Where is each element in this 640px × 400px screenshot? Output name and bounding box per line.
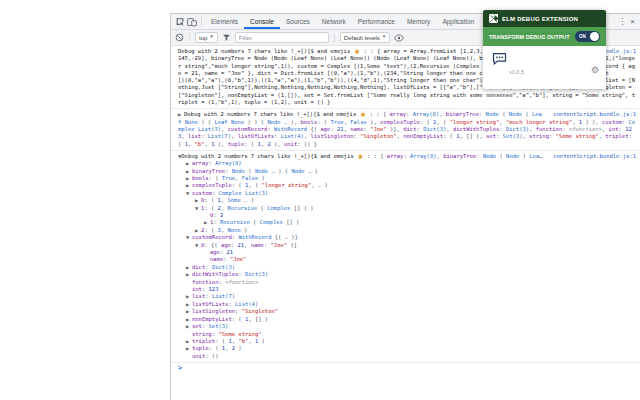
tab-sources[interactable]: Sources: [280, 14, 316, 29]
tree-row[interactable]: ▶complexTuple: ( 1, ( "longer string", ……: [178, 182, 636, 189]
token: Complex: [267, 205, 290, 211]
token: List(4): [235, 301, 258, 307]
tree-row[interactable]: ▶1: Recursive ( Complex [] ): [178, 219, 636, 226]
tab-elements[interactable]: Elements: [205, 14, 244, 29]
tab-console[interactable]: Console: [244, 14, 280, 29]
tree-row[interactable]: ▶dict: Dict(3): [178, 264, 636, 271]
tree-row[interactable]: ▶triplet: ( 1, "b", 1 ): [178, 338, 636, 345]
live-expression-eye-icon[interactable]: [394, 34, 404, 42]
tree-row[interactable]: ▶set: Set(3): [178, 323, 636, 330]
log-levels-dropdown[interactable]: Default levels ▼: [340, 32, 391, 43]
tree-row[interactable]: ▼custom: Complex List(3): [178, 190, 636, 197]
feedback-chat-button[interactable]: [491, 52, 507, 66]
popup-header: ELM DEBUG EXTENSION: [483, 10, 606, 27]
tab-memory[interactable]: Memory: [401, 14, 436, 29]
source-link[interactable]: contentScript.bundle.js:1: [553, 111, 636, 118]
tree-row[interactable]: ▼1: ( 2, Recursive ( Complex [] ) ): [178, 205, 636, 212]
tree-row[interactable]: ▶bools: ( True, False ): [178, 175, 636, 182]
token: ,: [235, 175, 242, 181]
close-devtools-icon[interactable]: ×: [630, 17, 635, 26]
token: ,: [231, 133, 238, 139]
token: Debug with 2 numbers 7 chars like !_+[){…: [184, 111, 383, 117]
settings-gear-icon[interactable]: ⚙: [591, 66, 599, 75]
token: False: [242, 175, 259, 181]
token: array: [387, 153, 404, 159]
divider: [201, 17, 202, 26]
token: Array(8): [215, 160, 242, 166]
tree-row[interactable]: ▼0: {( age: 21, name: "Joe" )}: [178, 242, 636, 249]
token: int: [192, 286, 202, 292]
token: Debug with 2 numbers 7 chars like !_+[){…: [181, 153, 380, 159]
token: ,: [602, 126, 609, 132]
token: ,: [446, 126, 453, 132]
token: True: [330, 119, 343, 125]
token: bools: [192, 175, 209, 181]
tree-row[interactable]: ▶binaryTree: Node ( Node … ) ( Node … ): [178, 168, 636, 175]
tab-application[interactable]: Application: [436, 14, 480, 29]
token: age: [221, 242, 231, 248]
token: …: [305, 168, 315, 174]
token: , [] ),: [460, 133, 487, 139]
kebab-menu-icon[interactable]: ⋮: [618, 17, 626, 26]
token: listSingleton: [311, 133, 354, 139]
token: )}: [288, 234, 298, 240]
token: "Some string": [556, 133, 599, 139]
tab-network[interactable]: Network: [316, 14, 352, 29]
source-link[interactable]: contentScript.bundle.js:1: [553, 153, 636, 160]
tree-row[interactable]: ▶listSingleton: "Singleton": [178, 308, 636, 315]
divider: [334, 33, 335, 42]
tree-row[interactable]: ▶listOfLists: List(4): [178, 301, 636, 308]
token: Node: [509, 111, 522, 117]
token: name: [210, 256, 223, 262]
token: ,: [244, 242, 251, 248]
elm-logo-icon: [489, 14, 498, 23]
token: None: [185, 119, 198, 125]
inspect-cursor-icon[interactable]: [174, 15, 186, 28]
token: complexTuple: [380, 119, 420, 125]
token: list: [188, 133, 201, 139]
token: :: [479, 111, 486, 117]
token: :: [212, 190, 219, 196]
transform-toggle[interactable]: ON: [575, 31, 600, 42]
token: Leaf: [529, 153, 542, 159]
token: :: [238, 271, 245, 277]
token: [] ) ): [290, 205, 313, 211]
token: nonEmptyList: [192, 316, 232, 322]
token: ): [247, 197, 254, 203]
token: : (: [232, 316, 245, 322]
token: :: [213, 219, 220, 225]
context-selector[interactable]: top ▼: [195, 32, 218, 43]
token: array: [192, 160, 209, 166]
token: , [] ): [248, 316, 268, 322]
expanded-message-header[interactable]: ▼Debug with 2 numbers 7 chars like !_+[)…: [178, 153, 636, 160]
token: "b": [195, 141, 205, 147]
tree-row[interactable]: ▶list: List(7): [178, 293, 636, 300]
token: ,: [572, 119, 579, 125]
panel-tabs: ElementsConsoleSourcesNetworkPerformance…: [205, 14, 480, 29]
token: Node: [232, 168, 245, 174]
token: : {(: [204, 242, 221, 248]
token: Complex: [219, 190, 242, 196]
console-prompt[interactable]: >: [171, 363, 640, 374]
token: unit: [284, 141, 297, 147]
tab-performance[interactable]: Performance: [352, 14, 401, 29]
clear-console-button[interactable]: [175, 33, 184, 42]
filter-input[interactable]: [235, 32, 329, 43]
tree-row[interactable]: ▶array: Array(8): [178, 160, 636, 167]
tree-row[interactable]: ▶2: ( 3, None ): [178, 227, 636, 234]
token: dict: [192, 264, 205, 270]
token: Set(3): [503, 133, 523, 139]
tree-row[interactable]: ▶0: ( 1, Some … ): [178, 197, 636, 204]
token: ,: [529, 126, 536, 132]
tree-row[interactable]: ▶nonEmptyList: ( 1, [] ): [178, 316, 636, 323]
token: age: [210, 249, 220, 255]
tree-row[interactable]: ▶dictWithTuples: Dict(3): [178, 271, 636, 278]
token: triplet: [192, 338, 215, 344]
tree-row[interactable]: ▼customRecord: WithRecord {( … )}: [178, 234, 636, 241]
filter-funnel-icon[interactable]: [222, 33, 231, 42]
device-toolbar-icon[interactable]: [186, 15, 198, 28]
token: …: [268, 168, 278, 174]
tree-row[interactable]: ▶tuple: ( 1, 2 ): [178, 345, 636, 352]
token: Dict(3): [506, 126, 529, 132]
token: ,: [225, 345, 232, 351]
